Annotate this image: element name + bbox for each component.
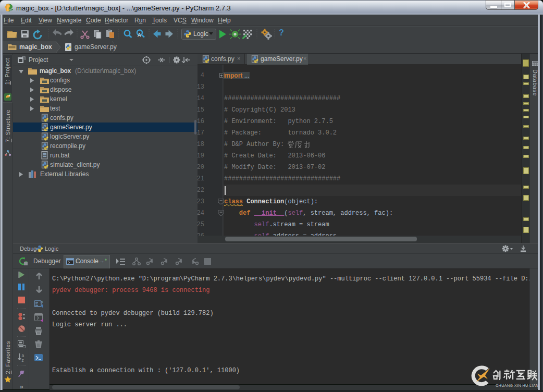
- svg-text:CHUANG XIN HU LIAN: CHUANG XIN HU LIAN: [496, 383, 539, 388]
- svg-text:↻: ↻: [40, 300, 43, 304]
- svg-text:A: A: [138, 32, 141, 38]
- svg-text:z: z: [22, 358, 24, 362]
